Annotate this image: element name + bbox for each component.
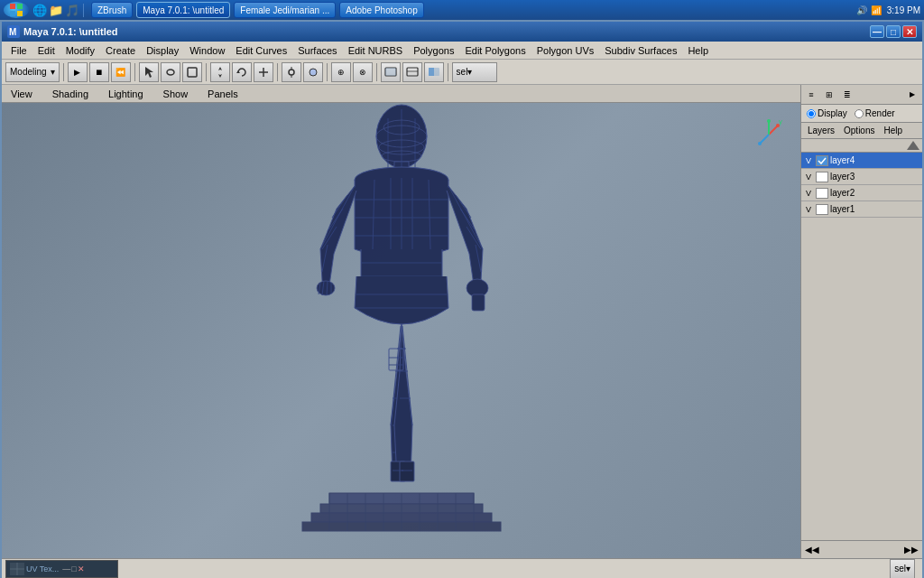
help-header[interactable]: Help — [881, 125, 905, 136]
menu-item-subdivsurfaces[interactable]: Subdiv Surfaces — [599, 43, 682, 58]
toolbar-soft-select[interactable] — [303, 62, 323, 82]
menu-item-editpolygons[interactable]: Edit Polygons — [459, 43, 531, 58]
toolbar-history-1[interactable]: ⊕ — [331, 62, 351, 82]
taskbar: 🌐 📁 🎵 ZBrush Maya 7.0.1: \untitled Femal… — [0, 0, 924, 20]
layers-header[interactable]: Layers — [805, 125, 837, 136]
viewport-menu-view[interactable]: View — [5, 87, 38, 101]
layer-row-1[interactable]: V layer1 — [801, 201, 922, 218]
menu-item-edit[interactable]: Edit — [32, 43, 60, 58]
render-radio[interactable] — [855, 109, 864, 118]
viewport[interactable]: View Shading Lighting Show Panels y — [2, 85, 800, 558]
title-bar: M Maya 7.0.1: \untitled — □ ✕ — [2, 22, 922, 42]
sel-dropdown[interactable]: sel▾ — [452, 62, 497, 82]
viewport-menu-show[interactable]: Show — [158, 87, 194, 101]
svg-text:y: y — [779, 117, 782, 126]
menu-bar: FileEditModifyCreateDisplayWindowEdit Cu… — [2, 42, 922, 60]
jedi-label: Female Jedi/marian ... — [240, 5, 329, 15]
toolbar-render-3[interactable] — [424, 62, 444, 82]
layer1-check[interactable] — [816, 204, 828, 215]
toolbar-separator-5 — [327, 63, 328, 81]
taskbar-app-zbrush[interactable]: ZBrush — [91, 2, 133, 18]
thumb-close[interactable]: ✕ — [78, 564, 85, 573]
menu-item-polygons[interactable]: Polygons — [408, 43, 459, 58]
uv-texture-thumbnail[interactable]: UV Tex... — □ ✕ — [5, 560, 118, 578]
scroll-left-btn[interactable]: ◀◀ — [805, 545, 819, 555]
toolbar-move[interactable] — [210, 62, 230, 82]
svg-marker-9 — [218, 67, 222, 78]
layer-row-4[interactable]: V layer4 — [801, 153, 922, 169]
start-button[interactable] — [4, 2, 29, 18]
menu-item-editnurbs[interactable]: Edit NURBS — [343, 43, 409, 58]
panel-tab-2[interactable]: ⊞ — [821, 88, 837, 102]
toolbar-scale[interactable] — [254, 62, 273, 82]
menu-item-help[interactable]: Help — [682, 43, 714, 58]
toolbar-lasso[interactable] — [161, 62, 180, 82]
taskbar-app-maya[interactable]: Maya 7.0.1: \untitled — [136, 2, 230, 18]
taskbar-app-photoshop[interactable]: Adobe Photoshop — [339, 2, 424, 18]
svg-marker-10 — [236, 70, 240, 73]
layers-list: V layer4 V layer3 V layer2 — [801, 153, 922, 540]
minimize-button[interactable]: — — [870, 25, 884, 38]
media-icon[interactable]: 🎵 — [65, 4, 79, 17]
menu-item-editcurves[interactable]: Edit Curves — [230, 43, 292, 58]
toolbar-btn-3[interactable]: ⏪ — [111, 62, 131, 82]
svg-line-23 — [769, 126, 778, 135]
layer3-check[interactable] — [816, 172, 828, 182]
toolbar-btn-2[interactable]: ⏹ — [89, 62, 109, 82]
menu-item-surfaces[interactable]: Surfaces — [292, 43, 342, 58]
toolbar-rotate[interactable] — [232, 62, 252, 82]
right-panel-tabs: ≡ ⊞ ≣ ▶ — [801, 85, 922, 105]
folder-icon[interactable]: 📁 — [49, 4, 63, 17]
menu-item-polygonuvs[interactable]: Polygon UVs — [531, 43, 600, 58]
menu-item-file[interactable]: File — [5, 43, 32, 58]
close-button[interactable]: ✕ — [902, 25, 917, 38]
mode-dropdown[interactable]: Modeling ▾ — [5, 62, 60, 82]
svg-rect-19 — [407, 68, 418, 76]
mode-label: Modeling — [10, 67, 47, 77]
viewport-canvas[interactable]: y — [2, 103, 800, 558]
maximize-button[interactable]: □ — [886, 25, 901, 38]
svg-point-13 — [289, 70, 294, 75]
toolbar-paint[interactable] — [182, 62, 202, 82]
render-radio-label[interactable]: Render — [855, 108, 895, 118]
menu-item-display[interactable]: Display — [141, 43, 184, 58]
panel-tab-1[interactable]: ≡ — [803, 88, 819, 102]
panel-tab-3[interactable]: ≣ — [839, 88, 855, 102]
toolbar-history-2[interactable]: ⊗ — [353, 62, 373, 82]
svg-text:M: M — [9, 27, 16, 37]
viewport-menu-lighting[interactable]: Lighting — [103, 87, 149, 101]
title-bar-buttons: — □ ✕ — [870, 25, 917, 38]
sel-status-dropdown[interactable]: sel▾ — [890, 559, 915, 579]
toolbar-select[interactable] — [139, 62, 159, 82]
menu-item-modify[interactable]: Modify — [60, 43, 100, 58]
menu-item-window[interactable]: Window — [184, 43, 230, 58]
tray-volume-icon: 📶 — [871, 5, 882, 15]
toolbar-snap[interactable] — [282, 62, 301, 82]
scroll-right-btn[interactable]: ▶▶ — [904, 545, 919, 555]
layer3-name: layer3 — [830, 172, 855, 182]
right-panel: ≡ ⊞ ≣ ▶ Display Render Layers Options — [800, 85, 922, 558]
panel-scroll-right[interactable]: ▶ — [904, 88, 920, 102]
thumb-minimize[interactable]: — — [62, 564, 70, 573]
thumb-restore[interactable]: □ — [71, 564, 76, 573]
layer-row-3[interactable]: V layer3 — [801, 169, 922, 185]
display-radio-label[interactable]: Display — [807, 108, 847, 118]
main-window: M Maya 7.0.1: \untitled — □ ✕ FileEditMo… — [0, 20, 924, 578]
layer-row-2[interactable]: V layer2 — [801, 185, 922, 201]
toolbar-btn-1[interactable]: ▶ — [68, 62, 88, 82]
svg-rect-3 — [17, 11, 23, 16]
layer4-check[interactable] — [816, 155, 828, 166]
panel-new-layer-btn[interactable] — [801, 139, 922, 153]
toolbar-separator-2 — [134, 63, 135, 81]
viewport-menu-shading[interactable]: Shading — [47, 87, 94, 101]
svg-line-25 — [760, 135, 769, 144]
layer2-check[interactable] — [816, 188, 828, 199]
options-header[interactable]: Options — [841, 125, 877, 136]
toolbar-render-2[interactable] — [402, 62, 422, 82]
ie-icon[interactable]: 🌐 — [32, 4, 47, 17]
viewport-menu-panels[interactable]: Panels — [202, 87, 244, 101]
menu-item-create[interactable]: Create — [100, 43, 141, 58]
taskbar-app-jedi[interactable]: Female Jedi/marian ... — [234, 2, 336, 18]
display-radio[interactable] — [807, 109, 816, 118]
toolbar-render-1[interactable] — [381, 62, 401, 82]
